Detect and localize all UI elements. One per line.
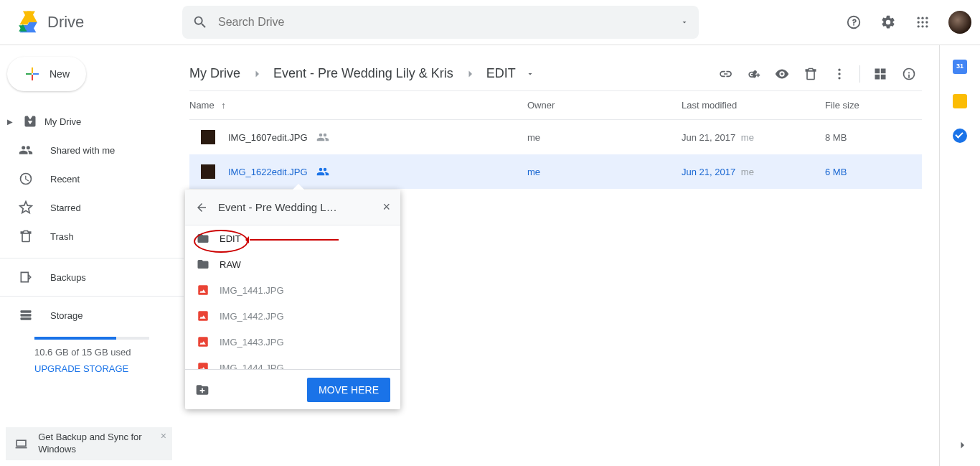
- column-modified[interactable]: Last modified: [682, 100, 825, 111]
- move-here-button[interactable]: MOVE HERE: [307, 378, 390, 402]
- new-button[interactable]: New: [7, 57, 86, 91]
- svg-rect-14: [21, 317, 32, 320]
- sidebar-item-starred[interactable]: Starred: [0, 193, 184, 222]
- svg-point-5: [925, 17, 928, 19]
- svg-rect-19: [881, 68, 886, 73]
- svg-point-6: [918, 21, 920, 23]
- svg-point-8: [925, 21, 928, 23]
- clock-icon: [19, 172, 33, 186]
- sidebar-item-recent[interactable]: Recent: [0, 164, 184, 193]
- drive-icon: [23, 114, 37, 129]
- get-link-button[interactable]: [712, 61, 738, 87]
- keep-app-icon[interactable]: [953, 94, 967, 108]
- apps-button[interactable]: [908, 8, 937, 37]
- help-button[interactable]: [839, 8, 868, 37]
- drive-logo-icon: [14, 10, 42, 34]
- svg-point-7: [921, 21, 923, 23]
- info-button[interactable]: [896, 61, 922, 87]
- popup-item-label: RAW: [220, 259, 241, 270]
- back-button[interactable]: [195, 201, 208, 214]
- toolbar-actions: [712, 61, 922, 87]
- svg-point-9: [918, 25, 920, 27]
- delete-button[interactable]: [798, 61, 824, 87]
- breadcrumb-segment[interactable]: Event - Pre Wedding Lily & Kris: [273, 66, 453, 81]
- svg-point-11: [925, 25, 928, 27]
- plus-icon: [24, 65, 41, 83]
- grid-view-button[interactable]: [867, 61, 893, 87]
- sidebar-item-storage[interactable]: Storage: [0, 301, 184, 330]
- sidebar: New ▶ My Drive Shared with me Recent Sta…: [0, 45, 184, 466]
- popup-item-label: IMG_1441.JPG: [220, 285, 284, 296]
- svg-rect-18: [875, 68, 880, 73]
- file-modified: Jun 21, 2017 me: [682, 167, 825, 177]
- shared-icon: [316, 165, 329, 178]
- popup-item-label: IMG_1442.JPG: [220, 311, 284, 322]
- sort-arrow-up-icon: ↑: [221, 100, 226, 111]
- sidebar-item-backups[interactable]: Backups: [0, 263, 184, 292]
- popup-header: Event - Pre Wedding L… ×: [185, 190, 400, 225]
- popup-file-item[interactable]: IMG_1444.JPG: [185, 355, 400, 369]
- upgrade-storage-link[interactable]: UPGRADE STORAGE: [34, 363, 184, 374]
- chevron-down-icon[interactable]: [680, 18, 689, 27]
- account-avatar[interactable]: [948, 11, 971, 34]
- folder-icon: [197, 232, 209, 245]
- breadcrumb: My Drive Event - Pre Wedding Lily & Kris…: [189, 66, 534, 81]
- storage-used-text: 10.6 GB of 15 GB used: [34, 347, 184, 358]
- new-folder-button[interactable]: [195, 383, 209, 397]
- popup-item-label: IMG_1443.JPG: [220, 337, 284, 348]
- popup-folder-item[interactable]: RAW: [185, 251, 400, 277]
- column-name[interactable]: Name ↑: [189, 100, 527, 111]
- file-thumbnail: [201, 164, 215, 179]
- right-rail: [940, 45, 980, 466]
- popup-file-item[interactable]: IMG_1441.JPG: [185, 277, 400, 303]
- file-thumbnail: [201, 130, 215, 144]
- svg-rect-23: [198, 311, 208, 321]
- file-name: IMG_1607edit.JPG: [228, 132, 308, 143]
- svg-point-4: [921, 17, 923, 19]
- settings-button[interactable]: [874, 8, 903, 37]
- popup-file-item[interactable]: IMG_1442.JPG: [185, 303, 400, 329]
- sidebar-item-mydrive[interactable]: ▶ My Drive: [0, 107, 184, 136]
- popup-file-item[interactable]: IMG_1443.JPG: [185, 329, 400, 355]
- search-box[interactable]: [182, 6, 699, 39]
- popup-footer: MOVE HERE: [185, 369, 400, 409]
- chevron-right-icon: ▶: [7, 118, 16, 126]
- close-icon[interactable]: ×: [161, 430, 166, 442]
- sidebar-item-shared[interactable]: Shared with me: [0, 136, 184, 164]
- backup-sync-promo[interactable]: Get Backup and Sync for Windows ×: [6, 427, 172, 460]
- file-owner: me: [527, 132, 682, 143]
- column-size[interactable]: File size: [825, 100, 922, 111]
- search-input[interactable]: [218, 16, 680, 29]
- sidebar-item-label: Starred: [50, 202, 81, 213]
- promo-text: Get Backup and Sync for Windows: [38, 432, 164, 456]
- popup-folder-item[interactable]: EDIT: [185, 225, 400, 251]
- close-button[interactable]: ×: [382, 200, 390, 215]
- chevron-right-icon: [250, 67, 263, 80]
- collapse-rail-button[interactable]: [956, 439, 969, 452]
- more-button[interactable]: [826, 61, 852, 87]
- file-size: 6 MB: [825, 167, 922, 177]
- breadcrumb-segment[interactable]: My Drive: [189, 66, 240, 81]
- column-owner[interactable]: Owner: [527, 100, 682, 111]
- image-icon: [197, 361, 209, 369]
- table-header: Name ↑ Owner Last modified File size: [189, 91, 922, 120]
- breadcrumb-segment[interactable]: EDIT: [486, 66, 516, 81]
- storage-progress: [34, 337, 149, 340]
- move-to-popup: Event - Pre Wedding L… × EDITRAWIMG_1441…: [185, 190, 400, 409]
- popup-item-label: EDIT: [220, 233, 241, 244]
- file-name: IMG_1622edit.JPG: [228, 167, 308, 177]
- logo-block[interactable]: Drive: [9, 10, 182, 34]
- file-row[interactable]: IMG_1607edit.JPGmeJun 21, 2017 me8 MB: [189, 120, 922, 154]
- share-button[interactable]: [740, 61, 766, 87]
- preview-button[interactable]: [769, 61, 795, 87]
- popup-title: Event - Pre Wedding L…: [218, 201, 372, 213]
- tasks-app-icon[interactable]: [953, 129, 967, 143]
- app-name: Drive: [47, 13, 84, 32]
- svg-point-3: [918, 17, 920, 19]
- header-actions: [839, 8, 971, 37]
- svg-rect-13: [21, 314, 32, 316]
- toolbar: My Drive Event - Pre Wedding Lily & Kris…: [189, 57, 922, 91]
- sidebar-item-trash[interactable]: Trash: [0, 222, 184, 251]
- chevron-down-icon[interactable]: [526, 70, 534, 78]
- calendar-app-icon[interactable]: [953, 60, 967, 74]
